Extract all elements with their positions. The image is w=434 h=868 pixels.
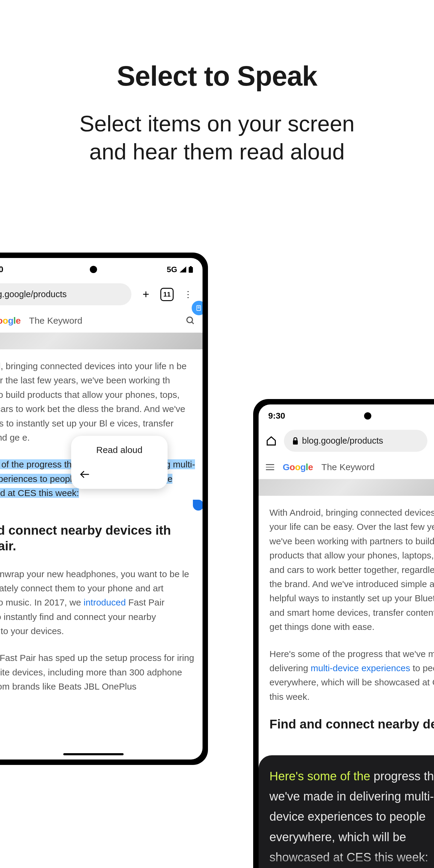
camera-notch xyxy=(90,266,97,273)
article-heading[interactable]: Find and connect nearby devices xyxy=(258,716,434,733)
browser-toolbar: blog.google/products + 11 xyxy=(258,426,434,456)
back-button[interactable] xyxy=(71,463,167,489)
article-paragraph-3[interactable]: hen you unwrap your new headphones, you … xyxy=(0,567,203,638)
url-bar[interactable]: blog.google/products xyxy=(0,283,131,305)
new-tab-button[interactable]: + xyxy=(138,287,153,302)
svg-rect-9 xyxy=(293,440,298,444)
article-link-multidevice[interactable]: multi-device experiences xyxy=(311,663,410,673)
status-network: 5G xyxy=(167,265,177,274)
url-text: blog.google/products xyxy=(0,289,67,299)
page-header: Google The Keyword xyxy=(0,309,203,333)
status-time: 30 xyxy=(0,265,3,274)
article-link-introduced[interactable]: introduced xyxy=(84,597,126,607)
reader-current-word: Here's some of the xyxy=(270,770,370,783)
status-bar: 9:30 5G xyxy=(258,404,434,426)
article-paragraph-1[interactable]: th Android, bringing connected devices i… xyxy=(0,359,203,444)
search-icon[interactable] xyxy=(186,316,195,326)
article-paragraph-4[interactable]: nce then, Fast Pair has sped up the setu… xyxy=(0,651,203,693)
context-menu: Read aloud xyxy=(71,436,167,489)
hero-title: Select to Speak xyxy=(0,60,434,92)
status-time: 9:30 xyxy=(268,411,285,421)
blog-title: The Keyword xyxy=(29,315,82,326)
article-heading[interactable]: ind and connect nearby devices ith Fast … xyxy=(0,523,203,554)
home-icon[interactable] xyxy=(266,435,277,446)
status-bar: 30 5G xyxy=(0,258,203,280)
blog-title: The Keyword xyxy=(321,462,375,472)
svg-rect-1 xyxy=(189,267,193,273)
select-to-speak-panel: Here's some of the progress that we've m… xyxy=(258,755,434,868)
article-hero-image xyxy=(258,479,434,496)
selection-handle-end[interactable] xyxy=(193,500,203,510)
article-paragraph-1[interactable]: With Android, bringing connected devices… xyxy=(258,505,434,634)
browser-toolbar: blog.google/products + 11 ⋮ xyxy=(0,280,203,309)
url-bar[interactable]: blog.google/products xyxy=(284,430,427,452)
lock-icon xyxy=(292,437,299,444)
signal-icon xyxy=(180,267,186,273)
article-body: th Android, bringing connected devices i… xyxy=(0,349,203,694)
phone-mockup-2: 9:30 5G blog.google/products + 11 Google… xyxy=(253,399,434,868)
svg-rect-0 xyxy=(190,266,192,267)
svg-line-7 xyxy=(192,322,194,324)
battery-icon xyxy=(189,266,193,273)
article-paragraph-2[interactable]: Here's some of the progress that we've m… xyxy=(258,647,434,704)
camera-notch xyxy=(364,412,371,420)
hero-section: Select to Speak Select items on your scr… xyxy=(0,0,434,166)
phone-mockup-1: 30 5G blog.google/products + 11 ⋮ Google… xyxy=(0,253,208,765)
article-body: With Android, bringing connected devices… xyxy=(258,496,434,733)
tabs-button[interactable]: 11 xyxy=(160,288,174,301)
hero-subtitle: Select items on your screen and hear the… xyxy=(0,110,434,166)
gesture-bar[interactable] xyxy=(63,753,124,755)
page-header: Google The Keyword xyxy=(258,456,434,479)
google-logo[interactable]: Google xyxy=(283,462,313,472)
reader-text: Here's some of the progress that we've m… xyxy=(270,766,434,867)
article-hero-image xyxy=(0,333,203,349)
menu-button[interactable]: ⋮ xyxy=(181,287,195,302)
svg-point-6 xyxy=(187,317,193,323)
url-text: blog.google/products xyxy=(302,436,383,446)
google-logo[interactable]: Google xyxy=(0,315,21,326)
hamburger-icon[interactable] xyxy=(266,464,274,470)
read-aloud-button[interactable]: Read aloud xyxy=(71,436,167,463)
